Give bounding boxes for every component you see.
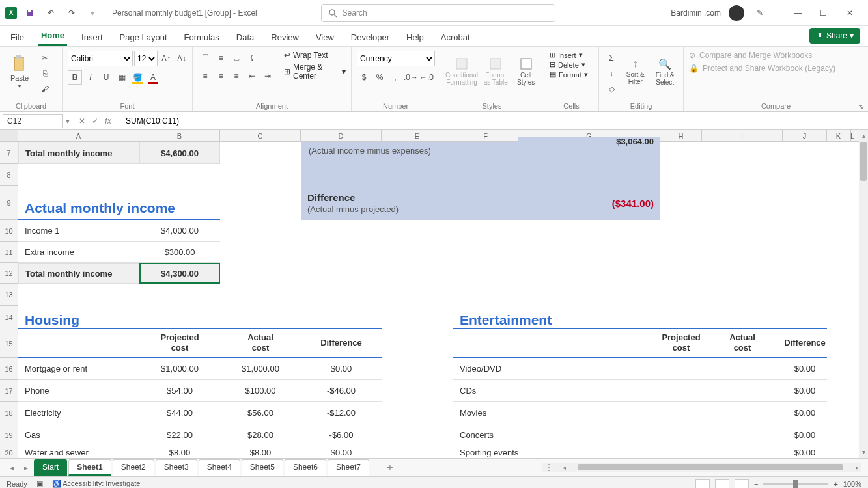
orientation-icon[interactable]: ⤹ [245, 51, 259, 65]
cell[interactable] [18, 329, 139, 358]
percent-icon[interactable]: % [372, 70, 387, 85]
cell[interactable]: Difference [783, 329, 827, 358]
format-button[interactable]: ▤Format▾ [550, 70, 588, 79]
delete-button[interactable]: ⊟Delete▾ [550, 61, 585, 69]
col-header-C[interactable]: C [220, 130, 301, 141]
share-button[interactable]: Share ▾ [809, 28, 860, 44]
cell[interactable]: -$12.00 [301, 402, 382, 424]
macro-record-icon[interactable]: ▣ [36, 480, 43, 488]
username[interactable]: Bardimin .com [671, 8, 721, 18]
align-center-icon[interactable]: ≡ [214, 69, 228, 83]
cell[interactable]: Income 1 [18, 220, 139, 242]
clear-icon[interactable]: ◇ [604, 82, 619, 96]
cell[interactable] [702, 358, 783, 380]
cell[interactable] [702, 380, 783, 402]
cell[interactable]: $54.00 [139, 380, 220, 402]
cell[interactable]: Electricity [18, 402, 139, 424]
fx-icon[interactable]: fx [103, 116, 113, 126]
cell[interactable]: $3,064.00 [518, 137, 660, 164]
increase-decimal-icon[interactable]: .0→ [404, 70, 418, 85]
save-icon[interactable] [22, 5, 38, 21]
scroll-left-icon[interactable]: ◂ [559, 464, 568, 471]
cell[interactable]: $0.00 [783, 446, 827, 458]
insert-button[interactable]: ⊞Insert▾ [550, 51, 583, 59]
sheet-tab-start[interactable]: Start [34, 459, 67, 476]
cancel-formula-icon[interactable]: ✕ [77, 116, 87, 126]
cell[interactable]: $22.00 [139, 424, 220, 446]
namebox-dropdown-icon[interactable]: ▾ [63, 116, 73, 126]
cell[interactable]: Extra income [18, 242, 139, 263]
paste-button[interactable]: Paste ▾ [5, 51, 34, 92]
font-name-select[interactable]: Calibri [68, 51, 133, 66]
bold-button[interactable]: B [68, 70, 82, 85]
horizontal-scrollbar[interactable]: ⋮ ◂ ▸ [542, 463, 861, 472]
cell[interactable] [660, 358, 702, 380]
col-header-F[interactable]: F [453, 130, 518, 141]
autosum-icon[interactable]: Σ [604, 51, 619, 65]
accessibility-status[interactable]: ♿ Accessibility: Investigate [52, 480, 141, 488]
format-as-table-button[interactable]: Format as Table [482, 51, 509, 92]
border-button[interactable]: ▦ [115, 70, 129, 85]
enter-formula-icon[interactable]: ✓ [90, 116, 100, 126]
sheettab-prev-icon[interactable]: ◂ [5, 463, 18, 472]
scroll-right-icon[interactable]: ▸ [852, 464, 861, 471]
merge-center-button[interactable]: ⊞ Merge & Center ▾ [284, 62, 346, 81]
sheet-tab-sheet1[interactable]: Sheet1 [68, 459, 111, 476]
page-break-view-icon[interactable] [735, 479, 749, 489]
cell[interactable] [453, 329, 660, 358]
cell[interactable]: Difference [301, 329, 382, 358]
cell[interactable]: Movies [453, 402, 660, 424]
increase-font-icon[interactable]: A↑ [159, 51, 173, 66]
row-header-7[interactable]: 7 [0, 142, 18, 164]
close-button[interactable]: ✕ [837, 3, 863, 23]
cell[interactable]: Total monthly income [18, 142, 139, 164]
fill-color-button[interactable]: 🪣 [130, 70, 145, 85]
underline-button[interactable]: U [99, 70, 113, 85]
row-header-19[interactable]: 19 [0, 424, 18, 446]
row-header-16[interactable]: 16 [0, 358, 18, 380]
vertical-scrollbar[interactable]: ▴ ▾ [859, 130, 868, 458]
row-header-18[interactable]: 18 [0, 402, 18, 424]
decrease-font-icon[interactable]: A↓ [175, 51, 189, 66]
new-sheet-icon[interactable]: + [384, 462, 397, 474]
row-header-17[interactable]: 17 [0, 380, 18, 402]
conditional-formatting-button[interactable]: Conditional Formatting [445, 51, 478, 92]
page-layout-view-icon[interactable] [715, 479, 729, 489]
comma-icon[interactable]: , [388, 70, 402, 85]
row-header-10[interactable]: 10 [0, 220, 18, 242]
name-box[interactable]: C12 [3, 114, 63, 128]
cell[interactable]: Phone [18, 380, 139, 402]
tab-developer[interactable]: Developer [348, 29, 392, 46]
find-select-button[interactable]: 🔍 Find & Select [652, 51, 679, 92]
cell[interactable]: -$6.00 [301, 424, 382, 446]
col-header-D[interactable]: D [301, 130, 382, 141]
row-header-13[interactable]: 13 [0, 284, 18, 306]
align-top-icon[interactable]: ⎴ [198, 51, 212, 65]
cell[interactable]: Actualcost [702, 329, 783, 358]
scrollbar-thumb[interactable] [860, 142, 867, 181]
cell[interactable]: $4,000.00 [139, 220, 220, 242]
cell[interactable]: $1,000.00 [220, 358, 301, 380]
cell[interactable] [660, 446, 702, 458]
fill-icon[interactable]: ↓ [604, 66, 619, 81]
cell[interactable]: Projectedcost [139, 329, 220, 358]
undo-icon[interactable]: ↶ [43, 5, 59, 21]
col-header-A[interactable]: A [18, 130, 139, 141]
row-header-20[interactable]: 20 [0, 446, 18, 458]
cell[interactable]: $0.00 [783, 358, 827, 380]
cell[interactable]: $300.00 [139, 242, 220, 263]
cell[interactable]: $100.00 [220, 380, 301, 402]
tab-help[interactable]: Help [404, 29, 427, 46]
cell[interactable]: Gas [18, 424, 139, 446]
copy-icon[interactable]: ⎘ [38, 66, 52, 81]
cell[interactable]: Concerts [453, 424, 660, 446]
scrollbar-thumb[interactable] [578, 464, 843, 470]
align-bottom-icon[interactable]: ⎵ [229, 51, 244, 65]
sheet-tab-sheet7[interactable]: Sheet7 [328, 459, 369, 476]
cell[interactable]: CDs [453, 380, 660, 402]
zoom-handle[interactable] [793, 480, 798, 488]
cell[interactable]: ($341.00) [518, 186, 660, 220]
scroll-down-icon[interactable]: ▾ [859, 448, 868, 457]
col-header-J[interactable]: J [783, 130, 827, 141]
sheet-tab-sheet3[interactable]: Sheet3 [156, 459, 197, 476]
